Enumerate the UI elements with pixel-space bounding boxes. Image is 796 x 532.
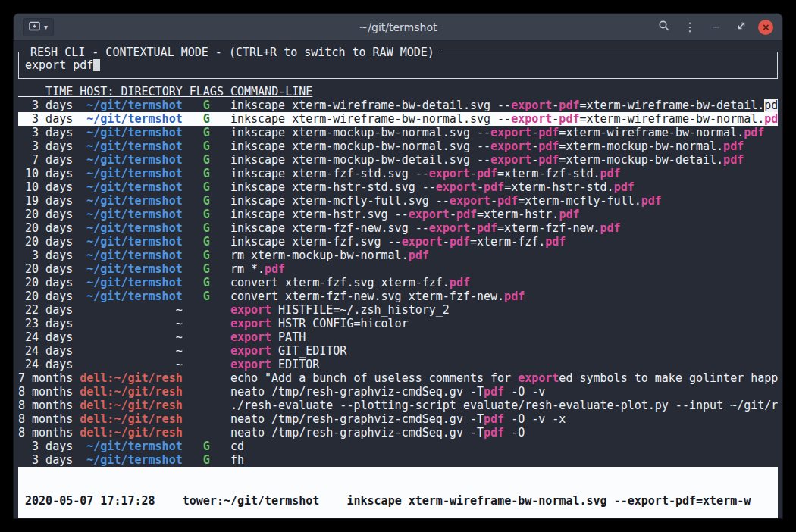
- row-time: 8 months: [18, 399, 73, 412]
- titlebar[interactable]: ▾ ~/git/termshot ⋮ −: [14, 14, 782, 41]
- row-flags: G: [190, 249, 224, 262]
- history-row[interactable]: 23 days ~ export HSTR_CONFIG=hicolor: [18, 317, 778, 330]
- row-time: 20 days: [18, 289, 73, 303]
- history-row[interactable]: 3 days ~/git/termshot G cd: [18, 440, 778, 453]
- command-segment: export: [490, 126, 531, 139]
- history-row[interactable]: 20 days ~/git/termshot G convert xterm-f…: [18, 276, 778, 289]
- row-flags: [190, 358, 224, 371]
- history-row[interactable]: 3 days ~/git/termshot G inkscape xterm-w…: [18, 99, 778, 112]
- menu-button[interactable]: ⋮: [681, 18, 699, 36]
- command-segment: convert xterm-fzf.svg xterm-fzf.: [230, 276, 450, 289]
- command-segment: pdf: [559, 99, 579, 112]
- row-host-dir: dell:~/git/resh: [80, 385, 182, 399]
- command-segment: export: [402, 235, 443, 249]
- row-host-dir: ~/git/termshot: [80, 249, 182, 262]
- history-row[interactable]: 3 days ~/git/termshot G fh: [18, 453, 778, 467]
- row-host-dir: ~/git/termshot: [80, 221, 182, 235]
- history-row[interactable]: 20 days ~/git/termshot G convert xterm-f…: [18, 289, 778, 303]
- search-input[interactable]: export pdf: [25, 58, 771, 72]
- row-command: inkscape xterm-hstr-std.svg --export-pdf…: [230, 180, 778, 194]
- row-flags: G: [190, 440, 224, 453]
- history-row[interactable]: 8 months dell:~/git/resh neato /tmp/resh…: [18, 426, 778, 440]
- row-flags: [190, 399, 224, 412]
- command-segment: rm *.: [230, 262, 265, 276]
- row-flags: G: [190, 112, 224, 126]
- row-command: convert xterm-fzf-new.svg xterm-fzf-new.…: [230, 289, 778, 303]
- row-command: rm xterm-mockup-bw-normal.pdf: [230, 249, 778, 262]
- row-command: neato /tmp/resh-graphviz-cmdSeq.gv -Tpdf…: [230, 426, 778, 440]
- row-command: export EDITOR: [230, 358, 778, 371]
- command-segment: rm xterm-mockup-bw-normal.: [230, 249, 409, 262]
- command-segment: cd: [230, 440, 244, 453]
- command-segment: neato /tmp/resh-graphviz-cmdSeq.gv -T: [230, 385, 484, 399]
- command-segment: pd: [764, 112, 778, 126]
- row-host-dir: dell:~/git/resh: [80, 426, 182, 440]
- history-row[interactable]: 24 days ~ export EDITOR: [18, 358, 778, 371]
- history-row[interactable]: 8 months dell:~/git/resh ./resh-evaluate…: [18, 399, 778, 412]
- prompt-box-title: RESH CLI - CONTEXTUAL MODE - (CTRL+R to …: [24, 45, 441, 59]
- history-row[interactable]: 10 days ~/git/termshot G inkscape xterm-…: [18, 180, 778, 194]
- command-segment: HISTFILE=~/.zsh_history_2: [271, 303, 450, 317]
- row-host-dir: dell:~/git/resh: [80, 371, 182, 385]
- command-segment: EDITOR: [271, 358, 319, 371]
- command-segment: =xterm-fzf.: [470, 235, 545, 249]
- row-flags: G: [190, 167, 224, 180]
- command-segment: export: [511, 99, 552, 112]
- history-row[interactable]: 20 days ~/git/termshot G inkscape xterm-…: [18, 235, 778, 249]
- command-segment: =xterm-hstr.: [477, 208, 559, 221]
- command-segment: inkscape xterm-hstr-std.svg --: [230, 180, 436, 194]
- history-row[interactable]: 8 months dell:~/git/resh neato /tmp/resh…: [18, 385, 778, 399]
- command-segment: -: [490, 194, 497, 208]
- history-row[interactable]: 22 days ~ export HISTFILE=~/.zsh_history…: [18, 303, 778, 317]
- command-segment: pdf: [477, 167, 497, 180]
- command-segment: =xterm-mcfly-full.: [518, 194, 641, 208]
- history-row[interactable]: 10 days ~/git/termshot G inkscape xterm-…: [18, 167, 778, 180]
- history-row[interactable]: 7 months dell:~/git/resh echo "Add a bun…: [18, 371, 778, 385]
- row-command: export PATH: [230, 330, 778, 344]
- row-host-dir: ~/git/termshot: [80, 440, 182, 453]
- history-row[interactable]: 3 days ~/git/termshot G rm xterm-mockup-…: [18, 249, 778, 262]
- row-flags: G: [190, 153, 224, 167]
- command-segment: -O -v: [504, 385, 545, 399]
- row-command: convert xterm-fzf.svg xterm-fzf.pdf: [230, 276, 778, 289]
- history-row[interactable]: 24 days ~ export PATH: [18, 330, 778, 344]
- minimize-button[interactable]: −: [707, 18, 725, 36]
- history-row[interactable]: 3 days ~/git/termshot G inkscape xterm-w…: [18, 112, 778, 126]
- chevron-down-icon: ▾: [44, 23, 48, 31]
- row-command: fh: [230, 453, 778, 467]
- restore-button[interactable]: [732, 18, 751, 36]
- command-segment: -O -v -x: [504, 412, 566, 426]
- history-row[interactable]: 3 days ~/git/termshot G inkscape xterm-m…: [18, 139, 778, 153]
- row-command: inkscape xterm-fzf-new.svg --export-pdf=…: [230, 221, 778, 235]
- command-segment: pdf: [538, 126, 559, 139]
- row-flags: G: [190, 221, 224, 235]
- history-row[interactable]: 20 days ~/git/termshot G inkscape xterm-…: [18, 208, 778, 221]
- search-button[interactable]: [655, 18, 673, 36]
- history-row[interactable]: 8 months dell:~/git/resh neato /tmp/resh…: [18, 412, 778, 426]
- row-time: 8 months: [18, 412, 73, 426]
- history-row[interactable]: 7 days ~/git/termshot G inkscape xterm-m…: [18, 153, 778, 167]
- command-segment: pdf: [600, 167, 621, 180]
- history-row[interactable]: 20 days ~/git/termshot G rm *.pdf: [18, 262, 778, 276]
- new-tab-button[interactable]: ▾: [23, 18, 54, 36]
- history-row[interactable]: 19 days ~/git/termshot G inkscape xterm-…: [18, 194, 778, 208]
- command-segment: pdf: [614, 180, 635, 194]
- history-row[interactable]: 20 days ~/git/termshot G inkscape xterm-…: [18, 221, 778, 235]
- terminal-content: RESH CLI - CONTEXTUAL MODE - (CTRL+R to …: [14, 41, 782, 518]
- status-line-1: 2020-05-07 17:17:28 tower:~/git/termshot…: [25, 494, 778, 508]
- command-segment: =xterm-fzf-std.: [497, 167, 600, 180]
- command-segment: export: [436, 180, 477, 194]
- command-segment: pdf: [559, 208, 579, 221]
- history-row[interactable]: 24 days ~ export GIT_EDITOR: [18, 344, 778, 358]
- command-segment: =xterm-mockup-bw-detail.: [559, 153, 723, 167]
- row-host-dir: ~: [80, 330, 182, 344]
- kebab-menu-icon: ⋮: [684, 21, 696, 33]
- row-host-dir: ~/git/termshot: [80, 180, 182, 194]
- command-segment: -: [531, 139, 538, 153]
- command-segment: -: [450, 208, 456, 221]
- command-segment: inkscape xterm-mockup-bw-normal.svg --: [230, 139, 490, 153]
- close-button[interactable]: ×: [758, 20, 773, 35]
- row-host-dir: ~: [80, 344, 182, 358]
- history-row[interactable]: 3 days ~/git/termshot G inkscape xterm-m…: [18, 126, 778, 139]
- row-host-dir: ~/git/termshot: [80, 276, 182, 289]
